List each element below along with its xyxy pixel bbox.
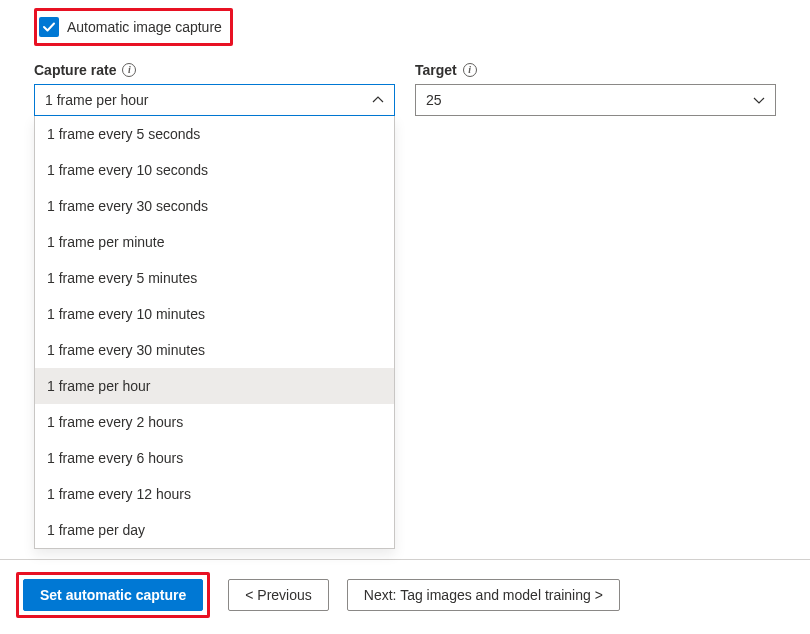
- capture-rate-option[interactable]: 1 frame every 6 hours: [35, 440, 394, 476]
- info-icon[interactable]: i: [463, 63, 477, 77]
- chevron-up-icon: [372, 94, 384, 106]
- set-automatic-capture-button[interactable]: Set automatic capture: [23, 579, 203, 611]
- capture-rate-label: Capture rate: [34, 62, 116, 78]
- info-icon[interactable]: i: [122, 63, 136, 77]
- highlight-set-capture: Set automatic capture: [16, 572, 210, 618]
- target-label: Target: [415, 62, 457, 78]
- capture-rate-option[interactable]: 1 frame every 5 seconds: [35, 116, 394, 152]
- capture-rate-selected: 1 frame per hour: [45, 92, 149, 108]
- automatic-capture-checkbox[interactable]: [39, 17, 59, 37]
- capture-rate-option[interactable]: 1 frame per minute: [35, 224, 394, 260]
- capture-rate-option[interactable]: 1 frame every 2 hours: [35, 404, 394, 440]
- capture-rate-options: 1 frame every 5 seconds1 frame every 10 …: [34, 116, 395, 549]
- target-value: 25: [426, 92, 442, 108]
- footer-bar: Set automatic capture < Previous Next: T…: [0, 559, 810, 618]
- capture-rate-option[interactable]: 1 frame every 5 minutes: [35, 260, 394, 296]
- previous-button[interactable]: < Previous: [228, 579, 329, 611]
- target-field: Target i 25: [415, 62, 776, 116]
- highlight-automatic-capture: Automatic image capture: [34, 8, 233, 46]
- automatic-capture-label: Automatic image capture: [67, 19, 222, 35]
- capture-rate-option[interactable]: 1 frame per hour: [35, 368, 394, 404]
- capture-rate-option[interactable]: 1 frame every 10 minutes: [35, 296, 394, 332]
- capture-rate-option[interactable]: 1 frame every 30 minutes: [35, 332, 394, 368]
- target-dropdown[interactable]: 25: [415, 84, 776, 116]
- capture-rate-option[interactable]: 1 frame per day: [35, 512, 394, 548]
- next-button[interactable]: Next: Tag images and model training >: [347, 579, 620, 611]
- capture-rate-option[interactable]: 1 frame every 12 hours: [35, 476, 394, 512]
- checkmark-icon: [42, 20, 56, 34]
- capture-rate-field: Capture rate i 1 frame per hour 1 frame …: [34, 62, 395, 116]
- capture-rate-option[interactable]: 1 frame every 30 seconds: [35, 188, 394, 224]
- chevron-down-icon: [753, 94, 765, 106]
- capture-rate-dropdown[interactable]: 1 frame per hour 1 frame every 5 seconds…: [34, 84, 395, 116]
- capture-rate-option[interactable]: 1 frame every 10 seconds: [35, 152, 394, 188]
